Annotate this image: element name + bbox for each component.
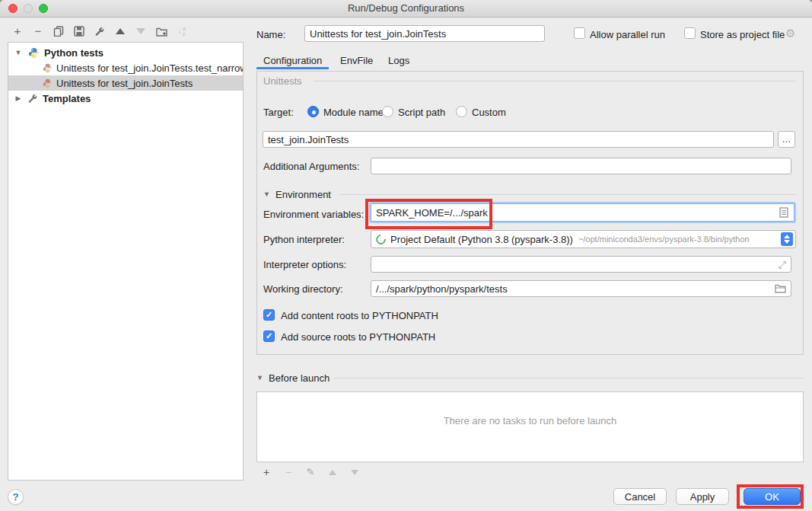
python-tests-icon — [28, 47, 40, 59]
allow-parallel-run-checkbox[interactable] — [574, 27, 585, 39]
module-name-value: test_join.JoinTests — [268, 134, 349, 145]
python-interpreter-select[interactable]: Project Default (Python 3.8 (pyspark-3.8… — [371, 230, 796, 248]
chevron-right-icon[interactable]: ▶ — [14, 94, 22, 102]
remove-configuration-icon[interactable]: − — [32, 25, 44, 37]
unittest-icon — [43, 78, 53, 88]
section-divider — [333, 378, 804, 378]
edit-task-icon: ✎ — [304, 466, 317, 478]
target-script-path-label: Script path — [398, 107, 445, 118]
target-label: Target: — [263, 107, 294, 118]
save-configuration-icon[interactable] — [73, 25, 85, 37]
expand-field-icon[interactable]: ⤢ — [779, 259, 786, 271]
tree-item-label: Templates — [43, 93, 91, 104]
target-custom-label: Custom — [472, 107, 506, 118]
add-source-roots-label: Add source roots to PYTHONPATH — [281, 331, 435, 343]
new-folder-icon[interactable] — [155, 25, 167, 37]
interpreter-options-input[interactable]: ⤢ — [371, 256, 791, 273]
target-module-name-radio[interactable] — [307, 106, 319, 117]
python-interpreter-label: Python interpreter: — [263, 234, 345, 245]
chevron-down-icon[interactable]: ▼ — [14, 49, 22, 56]
interpreter-dropdown-stepper-icon[interactable] — [781, 232, 793, 246]
browse-env-vars-icon[interactable] — [779, 207, 788, 218]
working-directory-input[interactable]: /.../spark/python/pyspark/tests — [371, 280, 791, 297]
active-tab-underline — [256, 67, 329, 69]
store-as-project-file-label: Store as project file — [700, 29, 785, 40]
tree-item-label: Unittests for test_join.JoinTests — [56, 78, 193, 89]
python-interpreter-path: ~/opt/miniconda3/envs/pyspark-3.8/bin/py… — [578, 235, 750, 244]
add-task-icon[interactable]: + — [260, 466, 272, 478]
configurations-toolbar: + − ↓az — [11, 24, 188, 39]
apply-button[interactable]: Apply — [676, 488, 729, 505]
virtualenv-icon — [374, 232, 387, 246]
templates-wrench-icon — [27, 93, 38, 104]
run-debug-configurations-dialog: Run/Debug Configurations + − ↓az ▼ Pytho… — [0, 0, 812, 511]
python-interpreter-value: Project Default (Python 3.8 (pyspark-3.8… — [390, 234, 573, 245]
move-down-icon — [135, 25, 147, 37]
annotation-box-ok-button — [737, 484, 804, 509]
before-launch-toolbar: + − ✎ — [260, 465, 361, 479]
unittests-section-title: Unittests — [263, 75, 302, 87]
move-task-down-icon — [349, 466, 361, 478]
unittest-icon — [43, 63, 53, 73]
tree-item-test-narrow[interactable]: Unittests for test_join.JoinTests.test_n… — [8, 60, 243, 75]
before-launch-collapse-icon[interactable]: ▼ — [256, 374, 263, 382]
add-configuration-icon[interactable]: + — [11, 25, 24, 37]
before-launch-section-title: Before launch — [269, 372, 330, 384]
tree-item-label: Unittests for test_join.JoinTests.test_n… — [56, 62, 243, 74]
tree-item-python-tests[interactable]: ▼ Python tests — [8, 45, 243, 60]
configurations-tree: ▼ Python tests Unittests for test_join.J… — [8, 42, 244, 481]
sort-alphabetically-icon: ↓az — [176, 25, 188, 37]
tab-configuration[interactable]: Configuration — [263, 55, 322, 66]
add-content-roots-checkbox[interactable]: ✓ — [263, 309, 275, 321]
copy-configuration-icon[interactable] — [53, 25, 65, 37]
cancel-button[interactable]: Cancel — [613, 488, 667, 505]
title-bar: Run/Debug Configurations — [0, 0, 812, 18]
folder-icon[interactable] — [775, 284, 786, 293]
allow-parallel-run-label: Allow parallel run — [590, 29, 665, 40]
target-module-name-label: Module name — [323, 107, 384, 118]
edit-templates-icon[interactable] — [94, 25, 106, 37]
tree-item-label: Python tests — [44, 47, 103, 59]
tab-envfile[interactable]: EnvFile — [340, 55, 373, 66]
target-custom-radio[interactable] — [456, 106, 467, 117]
add-content-roots-label: Add content roots to PYTHONPATH — [281, 310, 438, 321]
section-divider — [314, 81, 797, 81]
store-as-project-file-checkbox[interactable] — [684, 27, 696, 39]
environment-variables-label: Environment variables: — [263, 209, 364, 220]
before-launch-task-list: There are no tasks to run before launch — [256, 391, 804, 462]
move-task-up-icon — [326, 466, 339, 478]
browse-module-button[interactable]: … — [778, 131, 795, 148]
tree-item-jointests-selected[interactable]: Unittests for test_join.JoinTests — [8, 75, 243, 91]
module-name-input[interactable]: test_join.JoinTests — [263, 131, 774, 148]
interpreter-options-label: Interpreter options: — [263, 259, 346, 270]
target-script-path-radio[interactable] — [382, 106, 393, 117]
working-directory-value: /.../spark/python/pyspark/tests — [376, 283, 508, 295]
window-title: Run/Debug Configurations — [0, 2, 812, 14]
add-source-roots-checkbox[interactable]: ✓ — [263, 331, 275, 342]
gear-icon[interactable]: ⚙ — [785, 27, 795, 40]
annotation-box-env-vars — [365, 199, 492, 229]
name-input[interactable]: Unittests for test_join.JoinTests — [304, 25, 545, 42]
help-button[interactable]: ? — [8, 489, 24, 505]
tree-item-templates[interactable]: ▶ Templates — [8, 91, 243, 106]
environment-collapse-icon[interactable]: ▼ — [263, 190, 270, 198]
additional-arguments-label: Additional Arguments: — [263, 161, 359, 172]
environment-section-title: Environment — [275, 189, 331, 200]
additional-arguments-input[interactable] — [371, 158, 791, 174]
tab-logs[interactable]: Logs — [388, 55, 409, 66]
before-launch-empty-text: There are no tasks to run before launch — [257, 415, 803, 426]
working-directory-label: Working directory: — [263, 283, 343, 295]
move-up-icon[interactable] — [114, 25, 126, 37]
remove-task-icon: − — [282, 466, 295, 478]
section-divider — [339, 194, 797, 195]
name-label: Name: — [256, 29, 285, 40]
name-value: Unittests for test_join.JoinTests — [310, 28, 446, 40]
